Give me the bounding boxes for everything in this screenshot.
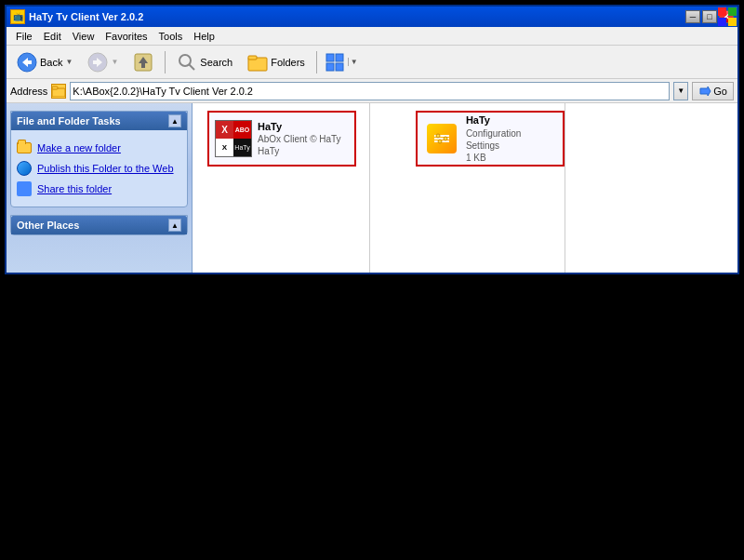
sidebar-section-other-places: Other Places ▲ [10, 215, 188, 235]
go-label: Go [713, 86, 727, 97]
forward-dropdown-icon[interactable]: ▼ [111, 58, 118, 66]
search-button[interactable]: Search [170, 48, 239, 76]
haty-cfg-info: HaTy Configuration Settings 1 KB [466, 113, 557, 163]
toolbar-separator-2 [316, 51, 317, 73]
back-dropdown-icon[interactable]: ▼ [65, 58, 73, 66]
menu-view[interactable]: View [67, 29, 100, 44]
address-dropdown[interactable]: ▼ [673, 82, 688, 100]
svg-point-21 [444, 137, 447, 140]
sidebar-section-file-tasks: File and Folder Tasks ▲ Make a new folde… [10, 111, 188, 207]
title-bar: 📺 HaTy Tv Client Ver 2.0.2 ─ □ ✕ [7, 7, 737, 27]
share-icon [17, 181, 32, 196]
search-icon [177, 52, 197, 73]
haty-cfg-icon [423, 120, 460, 157]
new-folder-label: Make a new folder [37, 142, 121, 153]
go-button[interactable]: Go [692, 82, 734, 100]
file-divider-1 [369, 103, 370, 273]
svg-point-22 [438, 140, 442, 143]
folders-button[interactable]: Folders [241, 48, 312, 76]
window-icon: 📺 [10, 9, 25, 24]
haty-exe-name: HaTy [258, 120, 341, 133]
sidebar-header-file-tasks[interactable]: File and Folder Tasks ▲ [11, 112, 187, 130]
svg-rect-15 [52, 87, 58, 89]
windows-logo [718, 7, 737, 26]
explorer-window: 📺 HaTy Tv Client Ver 2.0.2 ─ □ ✕ File Ed… [5, 5, 739, 274]
collapse-other-places-icon: ▲ [168, 219, 181, 232]
sidebar-header-other-places[interactable]: Other Places ▲ [11, 216, 187, 234]
haty-cfg-size: 1 KB [466, 152, 557, 164]
menu-help[interactable]: Help [188, 29, 220, 44]
menu-tools[interactable]: Tools [153, 29, 189, 44]
svg-rect-11 [336, 54, 343, 61]
svg-marker-16 [700, 87, 711, 96]
folders-label: Folders [271, 57, 305, 68]
folders-icon [247, 52, 268, 73]
haty-exe-icon: X ABO X HaTy [215, 120, 252, 157]
window-title: HaTy Tv Client Ver 2.0.2 [29, 11, 143, 22]
haty-cfg-name: HaTy [466, 113, 557, 127]
file-grid: X ABO X HaTy HaTy AbOx Client © HaTy HaT… [193, 103, 737, 174]
svg-point-20 [436, 134, 440, 138]
publish-label: Publish this Folder to the Web [37, 163, 174, 174]
svg-rect-24 [728, 7, 737, 16]
back-button[interactable]: Back ▼ [10, 48, 79, 76]
share-label: Share this folder [37, 183, 112, 194]
svg-rect-13 [336, 63, 343, 71]
file-item-haty-cfg[interactable]: HaTy Configuration Settings 1 KB [416, 111, 565, 167]
address-folder-icon [51, 84, 66, 99]
menu-favorites[interactable]: Favorites [100, 29, 153, 44]
sidebar-link-publish[interactable]: Publish this Folder to the Web [17, 158, 181, 179]
up-icon [133, 52, 153, 73]
file-divider-2 [565, 103, 565, 273]
svg-rect-10 [326, 54, 334, 61]
menu-file[interactable]: File [10, 29, 38, 44]
svg-rect-25 [718, 18, 726, 26]
address-input[interactable] [70, 82, 670, 100]
sidebar-link-share[interactable]: Share this folder [17, 179, 181, 199]
svg-rect-12 [326, 63, 334, 71]
toolbar: Back ▼ ▼ [7, 46, 737, 79]
main-content: File and Folder Tasks ▲ Make a new folde… [7, 103, 737, 273]
address-label: Address [10, 86, 47, 97]
sidebar-link-new-folder[interactable]: Make a new folder [17, 138, 181, 158]
sidebar-content-file-tasks: Make a new folder Publish this Folder to… [11, 130, 187, 207]
svg-line-7 [189, 64, 194, 70]
haty-cfg-desc: Configuration Settings [466, 127, 557, 152]
settings-icon-inner [427, 124, 457, 153]
file-area: X ABO X HaTy HaTy AbOx Client © HaTy HaT… [193, 103, 737, 273]
new-folder-icon [17, 140, 32, 155]
file-item-haty-exe[interactable]: X ABO X HaTy HaTy AbOx Client © HaTy HaT… [207, 111, 356, 167]
menu-edit[interactable]: Edit [38, 29, 67, 44]
view-button[interactable]: ▼ [322, 48, 361, 76]
svg-rect-23 [718, 7, 726, 16]
back-icon [17, 52, 37, 73]
back-label: Back [40, 57, 62, 68]
sidebar-title-file-tasks: File and Folder Tasks [17, 115, 121, 127]
forward-icon [87, 52, 108, 73]
publish-icon [17, 161, 32, 176]
up-button[interactable] [126, 48, 160, 76]
view-icon [325, 52, 345, 73]
toolbar-separator-1 [165, 51, 166, 73]
sidebar: File and Folder Tasks ▲ Make a new folde… [7, 103, 193, 273]
minimize-button[interactable]: ─ [685, 10, 700, 23]
haty-exe-info: HaTy AbOx Client © HaTy HaTy [258, 120, 341, 157]
view-dropdown-icon[interactable]: ▼ [348, 58, 358, 66]
address-bar: Address ▼ Go [7, 79, 737, 103]
search-label: Search [200, 57, 232, 68]
svg-rect-26 [728, 18, 737, 26]
haty-exe-desc2: HaTy [258, 145, 341, 157]
collapse-file-tasks-icon: ▲ [168, 114, 181, 127]
go-arrow-icon [698, 85, 711, 98]
svg-rect-9 [248, 56, 257, 60]
sidebar-title-other-places: Other Places [17, 220, 79, 231]
maximize-button[interactable]: □ [702, 10, 717, 23]
haty-exe-desc: AbOx Client © HaTy [258, 133, 341, 145]
forward-button[interactable]: ▼ [81, 48, 125, 76]
menu-bar: File Edit View Favorites Tools Help [7, 27, 737, 46]
